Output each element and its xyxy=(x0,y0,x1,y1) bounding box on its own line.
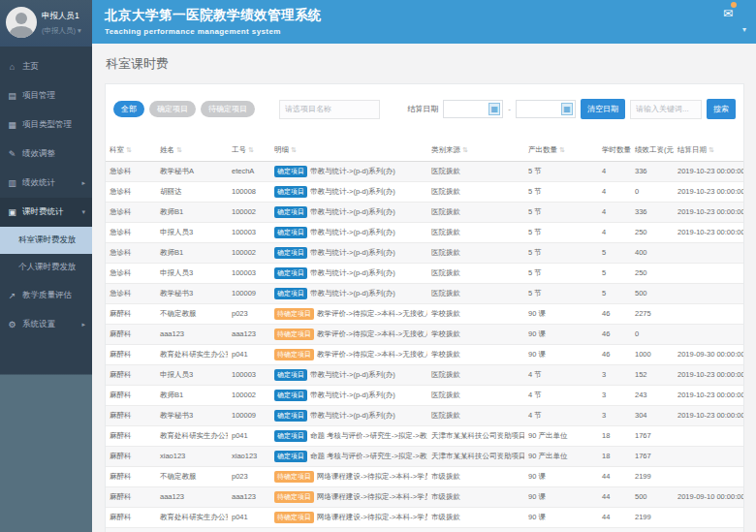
project-status-badge: 确定项目 xyxy=(274,267,307,279)
col-detail[interactable]: 明细⇅ xyxy=(270,141,427,161)
avatar[interactable] xyxy=(6,7,37,38)
col-employee-id[interactable]: 工号⇅ xyxy=(228,141,270,161)
cell-salary: 6300 xyxy=(631,527,674,532)
cell-employee-id: p041 xyxy=(228,507,270,527)
cell-detail: 待确定项目网络课程建设->待拟定->本科->学员 xyxy=(270,507,427,527)
cell-name: 教学秘书3 xyxy=(156,405,228,425)
keyword-input[interactable] xyxy=(630,100,702,119)
cell-hours: 4 xyxy=(598,222,631,242)
cell-employee-id: xiao123 xyxy=(228,446,270,466)
cell-name: 申报人员3 xyxy=(156,263,228,283)
filter-all-button[interactable]: 全部 xyxy=(113,101,144,117)
cell-settle-date xyxy=(674,466,743,486)
user-role-dropdown[interactable]: (申报人员) ▾ xyxy=(42,26,81,36)
detail-text: 带教与统计->(p-d)系列(办) xyxy=(310,289,395,297)
cell-source: 医院拨款 xyxy=(427,283,524,303)
sidebar-item-project-management[interactable]: ▤ 项目管理 xyxy=(0,81,92,110)
date-separator: - xyxy=(508,105,511,113)
col-source[interactable]: 类别来源⇅ xyxy=(427,141,524,161)
sidebar-item-performance-stats[interactable]: ▥ 绩效统计 ▸ xyxy=(0,169,92,198)
detail-text: 命题 考核与评价->研究生->拟定->教师 xyxy=(310,431,427,440)
project-status-badge: 确定项目 xyxy=(274,390,307,401)
cell-source: 天津市某某科技公司资助项目 xyxy=(427,527,524,532)
cell-output-quantity: 90 产出单位 xyxy=(524,425,598,446)
project-name-input[interactable] xyxy=(279,100,380,119)
cell-salary: 336 xyxy=(631,202,674,222)
col-name[interactable]: 姓名⇅ xyxy=(156,141,228,161)
cell-settle-date: 2019-10-23 00:00:00 xyxy=(674,161,743,181)
sidebar-item-project-type-management[interactable]: ▦ 项目类型管理 xyxy=(0,110,92,140)
settle-date-label: 结算日期 xyxy=(407,104,438,114)
project-status-badge: 确定项目 xyxy=(274,206,307,218)
cell-source: 医院拨款 xyxy=(427,181,524,202)
cell-name: 不确定教服 xyxy=(156,303,228,324)
col-salary[interactable]: 绩效工资(元)⇅ xyxy=(631,141,674,161)
cell-hours: 18 xyxy=(598,425,631,446)
cell-settle-date xyxy=(674,425,743,446)
cell-department: 急诊科 xyxy=(106,202,156,222)
col-output-quantity[interactable]: 产出数量⇅ xyxy=(524,141,598,161)
sidebar-item-performance-adjust[interactable]: ✎ 绩效调整 xyxy=(0,140,92,169)
cell-source: 医院拨款 xyxy=(427,405,524,425)
cell-detail: 确定项目带教与统计->(p-d)系列(办) xyxy=(270,364,427,385)
sidebar-item-teaching-quality[interactable]: ↗ 教学质量评估 xyxy=(0,281,92,310)
date-to-input[interactable]: ▦ xyxy=(516,100,576,118)
clear-dates-button[interactable]: 清空日期 xyxy=(581,99,625,119)
cell-salary: 2199 xyxy=(631,507,674,527)
sidebar-item-label: 课时费统计 xyxy=(22,206,64,218)
col-settle-date[interactable]: 结算日期⇅ xyxy=(674,141,743,161)
project-status-badge: 确定项目 xyxy=(274,227,307,238)
file-icon: ▤ xyxy=(7,91,17,101)
cell-settle-date xyxy=(674,283,743,303)
cell-output-quantity: 90 课 xyxy=(524,466,598,486)
cell-salary: 500 xyxy=(631,283,674,303)
table-row: 急诊科教师B1100002确定项目带教与统计->(p-d)系列(办)医院拨款5 … xyxy=(106,202,743,222)
chevron-right-icon: ▸ xyxy=(81,179,85,187)
cell-settle-date: 2019-10-23 00:00:00 xyxy=(674,222,743,242)
cell-output-quantity: 5 节 xyxy=(524,283,598,303)
date-from-input[interactable]: ▦ xyxy=(443,100,503,118)
filter-confirmed-button[interactable]: 确定项目 xyxy=(149,101,196,117)
message-icon[interactable]: ✉ xyxy=(723,4,733,21)
cell-department: 麻醉科 xyxy=(106,385,156,405)
search-button[interactable]: 搜索 xyxy=(707,99,736,119)
sidebar-item-fee-stats[interactable]: ▣ 课时费统计 ▾ xyxy=(0,198,92,227)
cell-source: 市级拨款 xyxy=(427,466,524,486)
cell-department: 急诊科 xyxy=(106,181,156,202)
sidebar-item-home[interactable]: ⌂ 主页 xyxy=(0,52,92,81)
sidebar-item-label: 主页 xyxy=(22,61,39,73)
cell-settle-date xyxy=(674,324,743,344)
cell-name: 教育处科研实生办公室A xyxy=(156,527,228,532)
col-department[interactable]: 科室⇅ xyxy=(106,141,156,161)
cell-hours: 46 xyxy=(598,303,631,324)
cell-detail: 待确定项目网络课程建设->待拟定->本科->学员 xyxy=(270,486,427,507)
project-status-badge: 确定项目 xyxy=(274,410,307,422)
sidebar-item-system-settings[interactable]: ⚙ 系统设置 ▸ xyxy=(0,310,92,339)
table-row: 急诊科教学秘书AetechA确定项目带教与统计->(p-d)系列(办)医院拨款5… xyxy=(106,161,743,181)
detail-text: 教学评价->待拟定->本科->无接收人 xyxy=(317,350,427,359)
cell-source: 医院拨款 xyxy=(427,202,524,222)
detail-text: 带教与统计->(p-d)系列(办) xyxy=(310,391,395,399)
cell-employee-id: p041 xyxy=(228,425,270,446)
cell-settle-date xyxy=(674,242,743,263)
cell-name: 教育处科研实生办公室A xyxy=(156,425,228,446)
cell-salary: 1767 xyxy=(631,425,674,446)
detail-text: 教学评价->待拟定->本科->无接收人 xyxy=(317,309,427,318)
cell-employee-id: 100009 xyxy=(228,283,270,303)
sidebar-subitem-dept-fee[interactable]: 科室课时费发放 xyxy=(0,227,92,254)
chevron-down-icon[interactable]: ▾ xyxy=(742,25,746,34)
cell-name: 教师B1 xyxy=(156,202,228,222)
col-hours[interactable]: 学时数量⇅ xyxy=(598,141,631,161)
sidebar-subitem-personal-fee[interactable]: 个人课时费发放 xyxy=(0,254,92,281)
cell-employee-id: 100009 xyxy=(228,405,270,425)
grid-icon: ▦ xyxy=(7,120,17,130)
cell-detail: 确定项目学生活动->继续教育->拟定->学员 xyxy=(270,527,427,532)
cell-salary: 0 xyxy=(631,324,674,344)
cell-source: 医院拨款 xyxy=(427,385,524,405)
cell-employee-id: 100002 xyxy=(228,202,270,222)
cell-hours: 44 xyxy=(598,486,631,507)
cell-output-quantity: 5 节 xyxy=(524,161,598,181)
sidebar-item-label: 绩效统计 xyxy=(22,177,55,189)
cell-hours: 46 xyxy=(598,344,631,364)
filter-pending-button[interactable]: 待确定项目 xyxy=(201,101,255,117)
